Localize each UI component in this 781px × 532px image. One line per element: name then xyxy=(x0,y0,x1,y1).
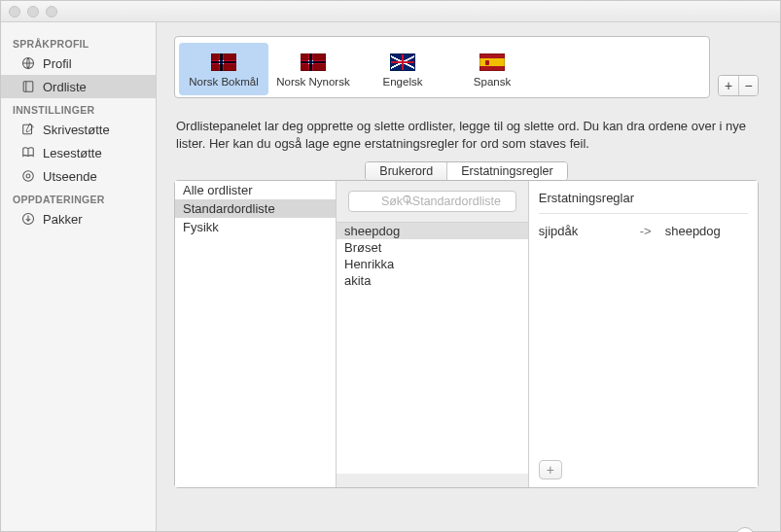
wordlist-panel: Alle ordlister Standardordliste Fysikk s… xyxy=(174,180,759,488)
help-button[interactable]: ? xyxy=(735,527,755,532)
sidebar-item-label: Ordliste xyxy=(43,80,87,94)
titlebar xyxy=(1,1,780,22)
sidebar-item-label: Skrivestøtte xyxy=(43,123,110,137)
language-toolbar: Norsk Bokmål Norsk Nynorsk Engelsk Spans… xyxy=(174,36,710,98)
add-rule-button[interactable]: + xyxy=(539,460,562,479)
zoom-window-button[interactable] xyxy=(46,6,57,18)
flag-spain-icon xyxy=(479,53,505,71)
wordlist-fysikk[interactable]: Fysikk xyxy=(175,218,336,236)
word-item[interactable]: Henrikka xyxy=(337,256,528,272)
compose-icon xyxy=(20,122,36,137)
rule-to: sheepdog xyxy=(665,224,721,238)
svg-point-4 xyxy=(26,174,30,178)
language-norsk-nynorsk[interactable]: Norsk Nynorsk xyxy=(268,43,358,95)
book-icon xyxy=(20,145,36,160)
sidebar-group-oppdateringer: OPPDATERINGER xyxy=(1,188,156,207)
arrow-icon: -> xyxy=(640,224,652,238)
sidebar-item-label: Profil xyxy=(43,56,72,71)
tab-erstatningsregler[interactable]: Erstatningsregler xyxy=(446,162,567,180)
svg-rect-1 xyxy=(23,82,33,92)
sidebar-item-utseende[interactable]: Utseende xyxy=(1,164,156,188)
language-label: Engelsk xyxy=(383,76,423,88)
divider xyxy=(539,213,748,214)
add-language-button[interactable]: + xyxy=(719,76,738,95)
sidebar-item-profil[interactable]: Profil xyxy=(1,52,156,75)
remove-language-button[interactable]: − xyxy=(738,76,758,95)
dictionary-icon xyxy=(20,79,36,94)
language-norsk-bokmal[interactable]: Norsk Bokmål xyxy=(179,43,268,95)
language-label: Spansk xyxy=(474,76,511,88)
sidebar-item-pakker[interactable]: Pakker xyxy=(1,207,156,231)
sidebar-item-ordliste[interactable]: Ordliste xyxy=(1,75,156,98)
wordlist-column: Alle ordlister Standardordliste Fysikk xyxy=(175,181,336,487)
language-label: Norsk Bokmål xyxy=(189,76,259,88)
rules-column: Erstatningsreglar sjipdåk -> sheepdog + xyxy=(529,181,758,487)
download-icon xyxy=(20,211,36,227)
tab-brukerord[interactable]: Brukerord xyxy=(366,162,446,180)
sidebar: SPRÅKPROFIL Profil Ordliste INNSTILLINGE… xyxy=(1,22,157,531)
preferences-window: SPRÅKPROFIL Profil Ordliste INNSTILLINGE… xyxy=(0,0,781,532)
sidebar-item-label: Lesestøtte xyxy=(43,146,102,160)
word-list: sheepdog Brøset Henrikka akita xyxy=(337,222,528,474)
svg-point-3 xyxy=(23,171,34,182)
word-item[interactable]: sheepdog xyxy=(337,223,528,239)
rule-from: sjipdåk xyxy=(539,224,626,238)
content-area: Norsk Bokmål Norsk Nynorsk Engelsk Spans… xyxy=(157,22,780,531)
word-item[interactable]: akita xyxy=(337,272,528,289)
sidebar-group-innstillinger: INNSTILLINGER xyxy=(1,98,156,118)
wordlist-alle[interactable]: Alle ordlister xyxy=(175,181,336,199)
panel-description: Ordlistepanelet lar deg opprette og slet… xyxy=(176,118,757,152)
minimize-window-button[interactable] xyxy=(27,6,39,18)
flag-norway-icon xyxy=(211,53,236,71)
sidebar-item-skrivestotte[interactable]: Skrivestøtte xyxy=(1,118,156,141)
appearance-icon xyxy=(20,168,36,184)
sidebar-group-sprakprofil: SPRÅKPROFIL xyxy=(1,32,156,52)
language-add-remove: + − xyxy=(718,75,759,96)
flag-norway-icon xyxy=(301,53,326,71)
rules-title: Erstatningsreglar xyxy=(539,191,748,205)
sidebar-item-label: Utseende xyxy=(43,169,97,184)
tab-switcher: Brukerord Erstatningsregler xyxy=(365,161,567,181)
language-engelsk[interactable]: Engelsk xyxy=(358,43,447,95)
close-window-button[interactable] xyxy=(9,6,20,18)
words-column: sheepdog Brøset Henrikka akita xyxy=(336,181,529,487)
language-spansk[interactable]: Spansk xyxy=(447,43,537,95)
globe-icon xyxy=(20,55,36,71)
sidebar-item-lesestotte[interactable]: Lesestøtte xyxy=(1,141,156,164)
flag-uk-icon xyxy=(390,53,415,71)
wordlist-standard[interactable]: Standardordliste xyxy=(175,199,336,218)
search-input[interactable] xyxy=(348,191,516,212)
rule-row[interactable]: sjipdåk -> sheepdog xyxy=(539,224,748,238)
language-label: Norsk Nynorsk xyxy=(276,76,349,88)
sidebar-item-label: Pakker xyxy=(43,212,82,227)
word-item[interactable]: Brøset xyxy=(337,239,528,256)
